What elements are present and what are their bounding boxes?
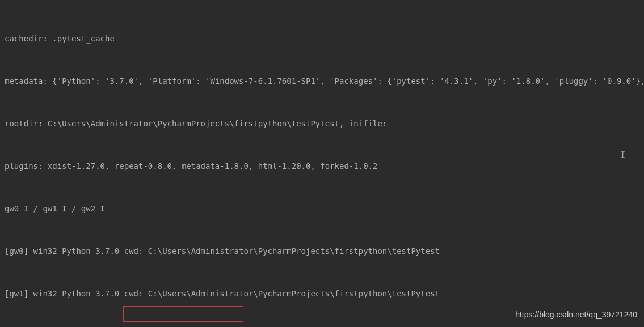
output-line: metadata: {'Python': '3.7.0', 'Platform'… xyxy=(5,74,639,88)
output-line: [gw1] win32 Python 3.7.0 cwd: C:\Users\A… xyxy=(5,287,639,301)
output-line: rootdir: C:\Users\Administrator\PycharmP… xyxy=(5,117,639,131)
output-line: gw0 I / gw1 I / gw2 I xyxy=(5,202,639,216)
watermark-text: https://blog.csdn.net/qq_39721240 xyxy=(515,310,637,319)
output-line: [gw0] win32 Python 3.7.0 cwd: C:\Users\A… xyxy=(5,244,639,258)
output-line: cachedir: .pytest_cache xyxy=(5,32,639,46)
terminal-output[interactable]: cachedir: .pytest_cache metadata: {'Pyth… xyxy=(0,0,644,327)
output-line: plugins: xdist-1.27.0, repeat-0.8.0, met… xyxy=(5,159,639,173)
text-cursor-icon: I xyxy=(620,148,626,160)
